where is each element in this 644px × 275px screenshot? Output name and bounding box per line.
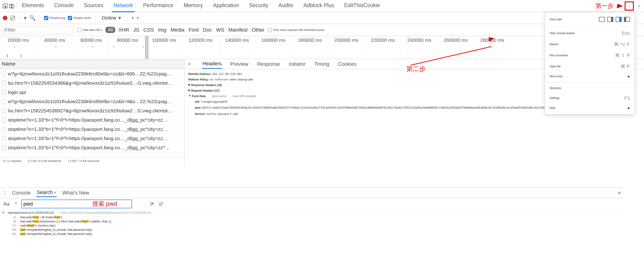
tab-performance[interactable]: Performance [141,0,176,12]
preserve-log-checkbox[interactable]: Preserve log [44,16,65,20]
regex-icon[interactable]: .* [14,201,17,207]
tab-elements[interactable]: Elements [20,0,46,12]
tab-audits[interactable]: Audits [276,0,295,12]
result-file[interactable]: ▼ loginbypassword.js?v=202001061241 — st… [2,210,622,215]
more-menu-button[interactable]: ⋮ [624,1,634,10]
menu-item-shortcuts[interactable]: Shortcuts [545,84,634,92]
detail-tab-cookies[interactable]: Cookies [338,60,357,68]
hide-urls-checkbox[interactable]: Hide data URLs [77,28,102,32]
search-result-line[interactable]: 56that.switchPwd.click(function () { ret… [2,219,622,224]
annotation-search-hint: 搜索 pwd [92,200,117,208]
tab-memory[interactable]: Memory [182,0,205,12]
view-url-encoded-link[interactable]: view URL encoded [233,95,256,98]
tab-application[interactable]: Application [211,0,241,12]
tab-security[interactable]: Security [247,0,270,12]
tab-console[interactable]: Console [52,0,76,12]
request-row[interactable]: w?g=6jznw9ovos3z1iz91lhuluw2230k6rc80ef&… [0,97,184,106]
throttling-select[interactable]: Online [100,14,123,22]
timeline-selection[interactable] [146,36,148,59]
filter-manifest[interactable]: Manifest [228,27,248,33]
request-row[interactable]: login.api [0,88,184,97]
drawer-tab-search[interactable]: Search × [36,189,57,197]
request-row[interactable]: stoptime?v=1.33^b=1^f=0^l=https://passpo… [0,115,184,125]
menu-item-help[interactable]: Help▶ [545,104,634,112]
tab-sources[interactable]: Sources [82,0,105,12]
filter-doc[interactable]: Doc [203,27,212,33]
menu-item-hide-console-drawer[interactable]: Hide console drawerEsc [545,28,634,39]
menu-item-search[interactable]: Search⌘ ⌥ F [545,39,634,50]
detail-tab-preview[interactable]: Preview [230,60,249,68]
clear-search-icon[interactable] [159,202,163,206]
disable-cache-checkbox[interactable]: Disable cache [68,16,91,20]
service-value: soufun-passport-web [206,112,238,116]
tab-network[interactable]: Network [112,0,135,12]
request-row[interactable]: lsc.htm?r=1582254538927&g=6jznw9ovos3z1i… [0,106,184,115]
filter-js[interactable]: JS [133,27,139,33]
service-label: Service: [195,112,206,116]
menu-item-more-tools[interactable]: More tools▶ [545,72,634,81]
dock-bottom-icon[interactable] [616,17,622,22]
request-row[interactable]: stoptime?v=1.33^b=1^f=0^l=https://passpo… [0,134,184,143]
filter-media[interactable]: Media [170,27,184,33]
warning-badge[interactable]: ▲ 1 [616,3,623,9]
referrer-value: no-referrer-when-downgrade [210,78,253,81]
request-row[interactable]: stoptime?v=1.33^b=1^f=0^l=https://passpo… [0,143,184,152]
close-devtools-icon[interactable]: ✕ [636,3,642,9]
search-result-line[interactable]: 239pwd: encryptedString(key_to_encode, t… [2,228,622,232]
search-result-line[interactable]: 342pwd: encryptedString(key_to_encode, t… [2,232,622,236]
request-row[interactable]: lsc.htm?r=1582254534386&g=6jznw9ovos3z1i… [0,78,184,88]
detail-tab-timing[interactable]: Timing [314,60,330,68]
view-source-link[interactable]: view source [212,95,226,98]
upload-icon[interactable]: ⬆ [132,16,134,20]
drawer-tab-console[interactable]: Console [12,189,31,197]
filter-other[interactable]: Other [252,27,264,33]
close-detail-icon[interactable]: × [188,61,191,67]
device-icon[interactable] [8,3,15,9]
match-case-icon[interactable]: Aa [3,201,10,207]
search-icon[interactable]: 🔍 [29,15,36,21]
download-icon[interactable]: ⬇ [137,16,139,20]
filter-font[interactable]: Font [188,27,199,33]
response-headers-toggle[interactable]: Response Headers (18) [191,83,222,87]
filter-icon[interactable]: ▾ [24,15,26,21]
request-row[interactable]: stoptime?v=1.33^b=1^f=0^l=https://passpo… [0,125,184,134]
close-tab-icon[interactable]: × [53,190,56,195]
drawer-menu-icon[interactable]: ⋮ [2,190,6,196]
drawer-close-icon[interactable]: × [618,190,621,196]
menu-item-open-file[interactable]: Open file⌘ P [545,61,634,72]
record-button[interactable] [3,16,8,20]
timeline-tick: 240000 ms [401,36,438,59]
tab-editthiscookie[interactable]: EditThisCookie [342,0,382,12]
form-data-toggle[interactable]: Form Data [192,95,206,98]
search-result-line[interactable]: 22that.switchPwd = $("#switchPwd"); [2,215,622,219]
filter-css[interactable]: CSS [143,27,154,33]
file-icon [2,108,6,113]
request-row[interactable]: w?g=6jznw9ovos3z1iz91lhuluw2230k6rc80ef&… [0,69,184,78]
filter-all[interactable]: All [106,27,115,33]
detail-tab-response[interactable]: Response [257,60,280,68]
request-headers-toggle[interactable]: Request Headers (17) [191,89,220,92]
samesite-checkbox[interactable]: Only show requests with SameSite issues [268,28,325,32]
tab-adblock-plus[interactable]: Adblock Plus [302,0,336,12]
search-result-line[interactable]: 171switchPwdFn: function (obj) { [2,224,622,228]
request-list-panel: Name w?g=6jznw9ovos3z1iz91lhuluw2230k6rc… [0,59,185,168]
column-header-name[interactable]: Name [0,59,184,69]
refresh-search-icon[interactable]: ⟳ [150,201,154,207]
status-item: 7.5 KB / 7.6 KB resources [68,159,100,166]
menu-item-settings[interactable]: SettingsF1 [545,92,634,104]
filter-img[interactable]: Img [158,27,166,33]
detail-tab-initiator[interactable]: Initiator [288,60,306,68]
clear-icon[interactable] [10,15,15,20]
dock-right-icon[interactable] [624,17,630,22]
inspect-icon[interactable] [2,3,8,9]
dock-left-icon[interactable] [607,17,613,22]
timeline-tick: 120000 ms [182,36,219,59]
detail-tab-headers[interactable]: Headers [202,59,222,69]
menu-item-run-command[interactable]: Run command⌘ ⇧ P [545,50,634,61]
filter-ws[interactable]: WS [216,27,224,33]
dock-undock-icon[interactable] [599,17,605,22]
timeline-tick: 100000 ms [146,36,182,59]
filter-input[interactable] [2,26,74,34]
filter-xhr[interactable]: XHR [118,27,129,33]
drawer-tab-what-s-new[interactable]: What's New [62,189,90,197]
